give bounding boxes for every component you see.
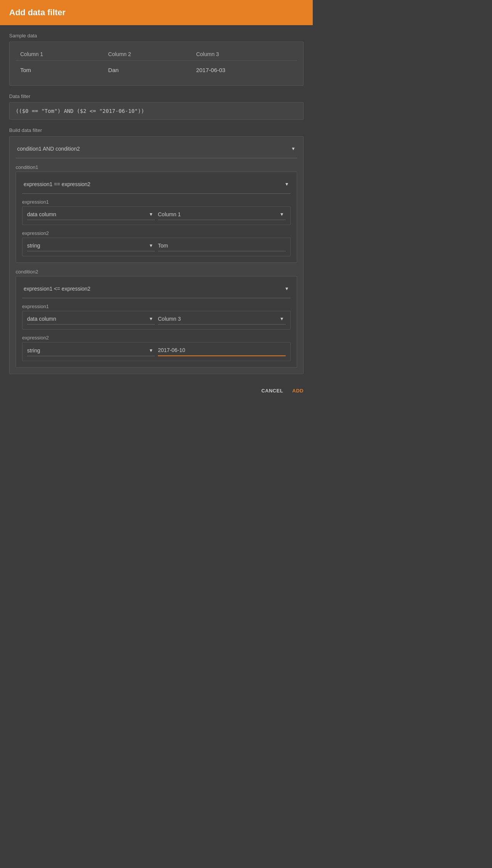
condition2-expr1-section: expression1 data column ▼ Column 3 ▼ — [22, 304, 291, 330]
condition2-expr1-box: data column ▼ Column 3 ▼ — [22, 311, 291, 330]
condition2-expr2-label: expression2 — [22, 335, 291, 341]
condition2-expr2-type-arrow: ▼ — [147, 348, 155, 353]
header: Add data filter — [0, 0, 313, 25]
condition2-expr1-col-value: Column 3 — [158, 316, 278, 322]
condition1-expr2-label: expression2 — [22, 230, 291, 236]
data-filter-input[interactable]: (($0 == "Tom") AND ($2 <= "2017-06-10")) — [9, 102, 304, 120]
condition2-operator-value: expression1 <= expression2 — [22, 283, 283, 295]
sample-data-box: Column 1 Column 2 Column 3 Tom Dan 2017-… — [9, 42, 304, 86]
condition2-expr1-col-arrow: ▼ — [278, 316, 286, 321]
col-header-1: Column 1 — [16, 48, 104, 61]
data-filter-label: Data filter — [9, 93, 304, 99]
condition2-box: expression1 <= expression2 ▼ expression1… — [16, 276, 297, 368]
condition1-expr2-box: string ▼ — [22, 238, 291, 256]
cell-tom: Tom — [16, 61, 104, 80]
main-content: Sample data Column 1 Column 2 Column 3 T… — [0, 25, 313, 382]
condition1-expr2-type-value: string — [27, 243, 147, 249]
condition2-expr2-row: string ▼ — [27, 347, 286, 356]
top-condition-value: condition1 AND condition2 — [16, 143, 289, 155]
condition2-expr2-type-dropdown[interactable]: string ▼ — [27, 347, 155, 356]
condition2-expr1-col-dropdown[interactable]: Column 3 ▼ — [158, 316, 286, 325]
condition1-expr1-section: expression1 data column ▼ Column 1 ▼ — [22, 199, 291, 225]
sample-data-section: Sample data Column 1 Column 2 Column 3 T… — [9, 33, 304, 86]
table-row: Tom Dan 2017-06-03 — [16, 61, 297, 80]
condition2-expr2-type-value: string — [27, 347, 147, 354]
condition1-expr2-text-input[interactable] — [158, 243, 286, 251]
condition2-expr1-type-dropdown[interactable]: data column ▼ — [27, 316, 155, 325]
condition1-expr1-col-value: Column 1 — [158, 211, 278, 217]
build-filter-box: condition1 AND condition2 ▼ condition1 e… — [9, 136, 304, 374]
condition1-box: expression1 == expression2 ▼ expression1… — [16, 172, 297, 263]
condition2-operator-dropdown[interactable]: expression1 <= expression2 ▼ — [22, 283, 291, 298]
build-filter-label: Build data filter — [9, 127, 304, 133]
cell-dan: Dan — [104, 61, 192, 80]
condition2-expr2-section: expression2 string ▼ — [22, 335, 291, 361]
condition2-expr1-type-arrow: ▼ — [147, 316, 155, 321]
sample-data-table: Column 1 Column 2 Column 3 Tom Dan 2017-… — [16, 48, 297, 79]
condition1-expr1-col-dropdown[interactable]: Column 1 ▼ — [158, 211, 286, 220]
condition1-expr1-row: data column ▼ Column 1 ▼ — [27, 211, 286, 220]
condition2-expr2-box: string ▼ — [22, 342, 291, 361]
condition2-expr2-text-input[interactable] — [158, 347, 286, 356]
cancel-button[interactable]: CANCEL — [261, 388, 283, 394]
add-button[interactable]: ADD — [292, 388, 304, 394]
footer: CANCEL ADD — [0, 382, 313, 400]
condition1-label: condition1 — [16, 164, 297, 170]
condition2-expr1-row: data column ▼ Column 3 ▼ — [27, 316, 286, 325]
condition2-section: condition2 expression1 <= expression2 ▼ … — [16, 269, 297, 368]
condition1-section: condition1 expression1 == expression2 ▼ … — [16, 164, 297, 263]
condition1-expr1-type-arrow: ▼ — [147, 212, 155, 217]
condition1-expr1-type-dropdown[interactable]: data column ▼ — [27, 211, 155, 220]
condition1-expr2-type-arrow: ▼ — [147, 243, 155, 248]
condition2-operator-arrow: ▼ — [283, 286, 291, 291]
condition1-expr1-label: expression1 — [22, 199, 291, 205]
cell-date: 2017-06-03 — [191, 61, 297, 80]
condition1-operator-arrow: ▼ — [283, 182, 291, 187]
data-filter-section: Data filter (($0 == "Tom") AND ($2 <= "2… — [9, 93, 304, 120]
top-condition-dropdown[interactable]: condition1 AND condition2 ▼ — [16, 143, 297, 158]
build-filter-section: Build data filter condition1 AND conditi… — [9, 127, 304, 374]
condition2-expr1-type-value: data column — [27, 316, 147, 322]
condition1-expr2-row: string ▼ — [27, 243, 286, 251]
condition1-operator-value: expression1 == expression2 — [22, 178, 283, 190]
condition2-expr1-label: expression1 — [22, 304, 291, 309]
dialog-title: Add data filter — [9, 8, 66, 17]
condition1-expr1-type-value: data column — [27, 211, 147, 217]
condition1-expr2-section: expression2 string ▼ — [22, 230, 291, 256]
sample-data-label: Sample data — [9, 33, 304, 39]
col-header-3: Column 3 — [191, 48, 297, 61]
condition2-label: condition2 — [16, 269, 297, 275]
col-header-2: Column 2 — [104, 48, 192, 61]
condition1-expr1-box: data column ▼ Column 1 ▼ — [22, 206, 291, 225]
condition1-expr1-col-arrow: ▼ — [278, 212, 286, 217]
condition1-expr2-type-dropdown[interactable]: string ▼ — [27, 243, 155, 251]
condition1-operator-dropdown[interactable]: expression1 == expression2 ▼ — [22, 178, 291, 194]
top-condition-arrow: ▼ — [289, 146, 297, 151]
